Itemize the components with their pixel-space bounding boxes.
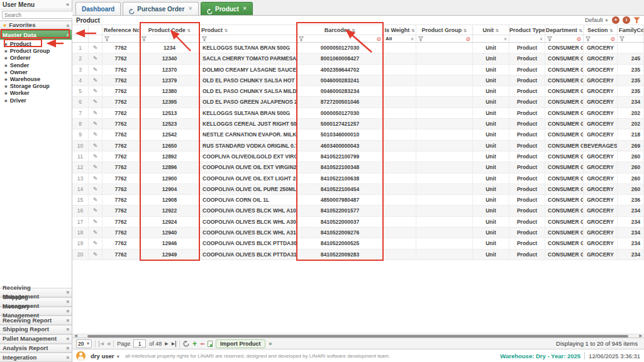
sidebar-item-warehouse[interactable]: ★Warehouse	[4, 76, 72, 83]
table-row[interactable]: 9✎776212542NESTLE CARNATION EVAPOR. MILK…	[72, 129, 644, 140]
cell-is-weight[interactable]	[384, 97, 416, 107]
edit-pencil-icon[interactable]: ✎	[93, 251, 98, 258]
table-row[interactable]: 20✎776212949COOPOLIVA OLIVES BLCK PTTDA3…	[72, 250, 644, 260]
more-tools-icon[interactable]: »	[267, 342, 273, 345]
table-row[interactable]: 19✎776212946COOPOLIVA OLIVES BLCK PTTDA3…	[72, 238, 644, 249]
column-header-reference-no-w[interactable]: Reference No.[W	[103, 25, 140, 35]
sidebar-item-sender[interactable]: ★Sender	[4, 62, 72, 69]
cell-is-weight[interactable]	[384, 206, 416, 216]
filter-funnel-icon[interactable]	[547, 36, 552, 41]
column-header-product[interactable]: Product ⇅	[200, 25, 297, 35]
cell-is-weight[interactable]	[384, 184, 416, 194]
tab-purchase-order[interactable]: Purchase Order ✕	[123, 2, 199, 15]
chevron-down-icon[interactable]: »	[63, 346, 72, 349]
cell-edit[interactable]: ✎	[89, 119, 103, 129]
cell-edit[interactable]: ✎	[89, 43, 103, 53]
cell-edit[interactable]: ✎	[89, 86, 103, 96]
edit-pencil-icon[interactable]: ✎	[93, 45, 98, 51]
table-row[interactable]: 7✎776212513KELLOGGS SULTANA BRAN 500G000…	[72, 108, 644, 119]
table-row[interactable]: 2✎776212340SACLA CHERRY TOMATO PARMESAN …	[72, 53, 644, 64]
edit-pencil-icon[interactable]: ✎	[93, 99, 98, 105]
cell-is-weight[interactable]	[384, 238, 416, 248]
scrollbar-thumb[interactable]	[87, 335, 628, 337]
edit-pencil-icon[interactable]: ✎	[93, 219, 98, 225]
clear-filter-icon[interactable]: ⊘	[465, 36, 470, 41]
cell-is-weight[interactable]	[384, 228, 416, 238]
cell-is-weight[interactable]	[384, 217, 416, 227]
page-size-select[interactable]: 20▼	[76, 339, 92, 348]
cell-edit[interactable]: ✎	[89, 228, 103, 238]
edit-pencil-icon[interactable]: ✎	[93, 153, 98, 160]
chevron-down-icon[interactable]: »	[63, 337, 72, 341]
filter-cell-8[interactable]: ∨	[473, 35, 509, 42]
scroll-left-icon[interactable]: ◀	[74, 333, 77, 337]
edit-pencil-icon[interactable]: ✎	[93, 240, 98, 246]
filter-cell-2[interactable]	[103, 35, 140, 42]
sidebar-item-worker[interactable]: ★Worker	[4, 90, 72, 97]
cell-edit[interactable]: ✎	[89, 184, 103, 194]
column-header-barcodes[interactable]: Barcodes ⇅	[297, 25, 384, 35]
table-row[interactable]: 14✎776212904COOPOLIVA OLIVE OIL PURE 250…	[72, 184, 644, 195]
filter-cell-12[interactable]	[618, 35, 644, 42]
cell-is-weight[interactable]	[384, 43, 416, 53]
filter-funnel-icon[interactable]	[142, 36, 147, 41]
sidebar-item-orderer[interactable]: ★Orderer	[4, 55, 72, 62]
cell-edit[interactable]: ✎	[89, 206, 103, 216]
edit-pencil-icon[interactable]: ✎	[93, 121, 98, 127]
chevron-down-icon[interactable]: »	[63, 291, 72, 294]
table-row[interactable]: 5✎776212380OLD EL PASO CHUNKY SALSA MILD…	[72, 86, 644, 97]
edit-pencil-icon[interactable]: ✎	[93, 88, 98, 94]
sidebar-item-driver[interactable]: ★Driver	[4, 97, 72, 104]
cell-edit[interactable]: ✎	[89, 173, 103, 184]
edit-pencil-icon[interactable]: ✎	[93, 131, 98, 138]
sidebar-item-product[interactable]: ★Product	[4, 41, 72, 48]
sidebar-section-shipping-report[interactable]: Shipping Report»	[0, 325, 72, 334]
favorites-header[interactable]: ★Favorites »	[0, 21, 72, 30]
edit-pencil-icon[interactable]: ✎	[93, 186, 98, 192]
filter-cell-4[interactable]	[200, 35, 297, 42]
cell-edit[interactable]: ✎	[89, 162, 103, 172]
edit-pencil-icon[interactable]: ✎	[93, 143, 98, 149]
chevron-down-icon[interactable]: »	[63, 309, 72, 312]
table-row[interactable]: 4✎776212379OLD EL PASO CHUNKY SALSA HOT …	[72, 75, 644, 86]
filter-cell-3[interactable]	[140, 35, 200, 42]
cell-is-weight[interactable]	[384, 108, 416, 118]
chevron-down-icon[interactable]: »	[63, 319, 72, 322]
sidebar-section-integeration[interactable]: Integeration»	[0, 353, 72, 362]
chevron-down-icon[interactable]: ∨	[540, 36, 543, 41]
import-product-button[interactable]: Import Product	[216, 339, 265, 348]
grid-view-selector[interactable]: Default ▼	[585, 17, 609, 23]
cell-is-weight[interactable]	[384, 250, 416, 260]
sidebar-section-analysis-report[interactable]: Analysis Report»	[0, 344, 72, 353]
chevron-down-icon[interactable]: ∨	[504, 36, 507, 41]
close-icon[interactable]: ✕	[243, 6, 247, 11]
table-row[interactable]: 18✎776212940COOPOLIVA OLIVES BLCK WHL A3…	[72, 228, 644, 238]
cell-is-weight[interactable]	[384, 141, 416, 151]
cell-is-weight[interactable]	[384, 129, 416, 140]
filter-funnel-icon[interactable]	[104, 36, 109, 41]
info-button[interactable]: i	[623, 16, 630, 24]
filter-cell-6[interactable]: All∨	[384, 35, 416, 42]
prev-page-button[interactable]: ◀	[107, 341, 110, 347]
tab-product[interactable]: Product ✕	[201, 2, 253, 15]
edit-pencil-icon[interactable]: ✎	[93, 77, 98, 84]
table-row[interactable]: 10✎776212650RUS STANDARD VODKA ORIGINL 0…	[72, 141, 644, 151]
filter-funnel-icon[interactable]	[633, 17, 640, 24]
filter-funnel-icon[interactable]	[418, 36, 423, 41]
column-header-section[interactable]: Section ⇅	[584, 25, 618, 35]
cell-edit[interactable]: ✎	[89, 75, 103, 85]
cell-edit[interactable]: ✎	[89, 53, 103, 63]
chevron-up-icon[interactable]: »	[63, 33, 72, 36]
chevron-down-icon[interactable]: »	[63, 300, 72, 304]
add-row-button[interactable]: +	[192, 339, 197, 348]
horizontal-scrollbar[interactable]: ◀ ▶	[72, 334, 644, 337]
column-header-is-weight[interactable]: Is Weight ⇅	[384, 25, 416, 35]
user-menu-dropdown[interactable]: dry user ▼	[91, 353, 120, 359]
table-row[interactable]: 3✎776212370DOLMIO CREAMY LASAGNE SAUCE 4…	[72, 65, 644, 75]
chevron-down-icon[interactable]: »	[63, 356, 72, 359]
table-row[interactable]: 15✎776212908COOPOLIVA CORN OIL 1L4850007…	[72, 195, 644, 206]
chevron-down-icon[interactable]: »	[63, 328, 72, 331]
edit-pencil-icon[interactable]: ✎	[93, 197, 98, 203]
edit-pencil-icon[interactable]: ✎	[93, 229, 98, 236]
chevron-down-icon[interactable]: ∨	[411, 36, 414, 41]
